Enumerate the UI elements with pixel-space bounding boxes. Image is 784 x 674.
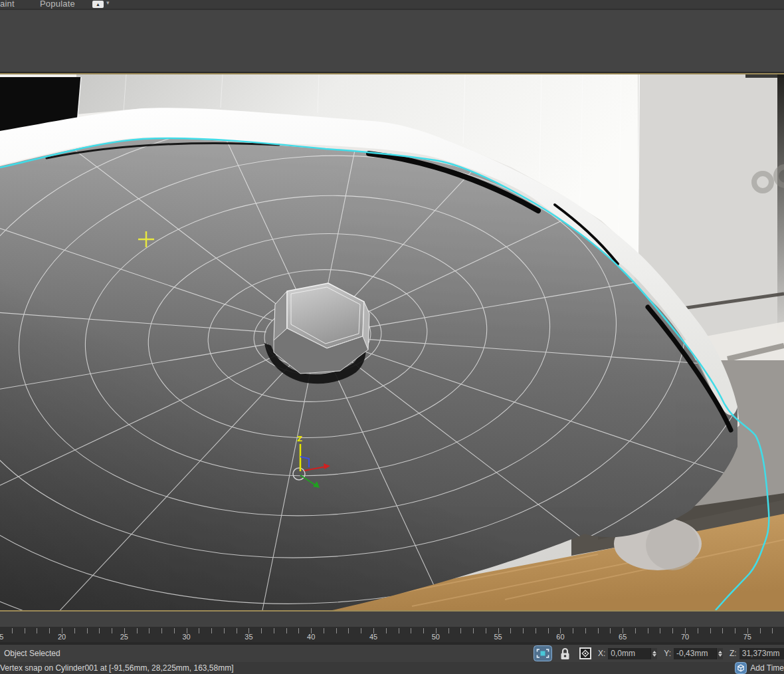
- y-coordinate-field[interactable]: [674, 648, 716, 659]
- timeline-tick: [112, 628, 112, 633]
- timeline-tick: [137, 628, 138, 633]
- timeline-tick-label: 45: [369, 633, 377, 641]
- track-bar[interactable]: [0, 612, 784, 627]
- timeline-tick: [74, 628, 75, 633]
- timeline-tick-label: 30: [182, 633, 190, 641]
- timeline-tick: [161, 628, 162, 633]
- timeline-tick: [510, 628, 511, 633]
- timeline-tick: [49, 628, 50, 633]
- timeline-tick: [448, 628, 449, 633]
- viewport-canvas[interactable]: Z: [0, 74, 784, 610]
- tab-object-paint[interactable]: aint: [0, 0, 15, 9]
- timeline-tick: [523, 628, 524, 633]
- timeline-tick-label: 55: [494, 633, 502, 641]
- x-coordinate-field[interactable]: [608, 648, 650, 659]
- timeline-tick: [261, 628, 262, 633]
- timeline-tick: [722, 628, 723, 633]
- x-spinner[interactable]: [650, 648, 657, 659]
- timeline-tick: [548, 628, 549, 633]
- timeline-tick: [585, 628, 586, 633]
- timeline-tick: [610, 628, 611, 633]
- timeline-tick: [274, 628, 274, 633]
- timeline-tick: [174, 628, 175, 633]
- timeline-tick: [698, 628, 698, 633]
- timeline-tick: [386, 628, 387, 633]
- timeline-tick: [324, 628, 324, 633]
- timeline-tick: [87, 628, 88, 633]
- timeline-tick: [735, 628, 735, 633]
- timeline-tick: [25, 628, 25, 633]
- timeline-tick: [37, 628, 37, 633]
- timeline-tick: [399, 628, 399, 633]
- timeline-tick: [411, 628, 411, 633]
- timeline-tick: [660, 628, 660, 633]
- timeline-tick: [648, 628, 648, 633]
- chevron-down-icon[interactable]: ▾: [106, 0, 110, 6]
- timeline-tick: [423, 628, 424, 633]
- z-coordinate-label: Z:: [730, 649, 737, 658]
- selection-status: Object Selected: [4, 649, 60, 658]
- add-time-label[interactable]: Add Time: [750, 663, 784, 673]
- timeline-tick-label: 40: [307, 633, 315, 641]
- prompt-bar: Vertex snap on Cylinder001 at [-91,56mm,…: [0, 662, 784, 674]
- timeline-tick-label: 50: [432, 633, 440, 641]
- ribbon-minimize-icon[interactable]: ▲: [92, 1, 104, 8]
- timeline-tick: [348, 628, 349, 633]
- timeline-tick: [635, 628, 636, 633]
- absolute-mode-icon[interactable]: [579, 647, 591, 659]
- timeline-tick: [286, 628, 287, 633]
- timeline-tick: [12, 628, 13, 633]
- timeline-tick: [99, 628, 100, 633]
- timeline-tick: [672, 628, 673, 633]
- tab-populate[interactable]: Populate: [40, 0, 75, 9]
- timeline-tick-label: 35: [245, 633, 252, 641]
- timeline-tick: [460, 628, 461, 633]
- ribbon-tab-bar: aint Populate ▲ ▾: [0, 0, 784, 9]
- timeline-tick-label: 60: [556, 633, 564, 641]
- timeline-tick-label: 25: [120, 633, 128, 641]
- timeline-tick: [536, 628, 536, 633]
- timeline-tick: [760, 628, 761, 633]
- timeline-tick: [361, 628, 361, 633]
- timeline-tick-label: 65: [619, 633, 627, 641]
- isolate-selection-icon[interactable]: [534, 645, 552, 661]
- timeline-tick: [598, 628, 599, 633]
- timeline-tick-label: 15: [0, 633, 3, 641]
- x-coordinate-label: X:: [598, 649, 605, 658]
- add-time-tag-icon[interactable]: [735, 662, 747, 674]
- selection-lock-icon[interactable]: [560, 647, 570, 660]
- y-spinner[interactable]: [716, 648, 723, 659]
- y-coordinate-label: Y:: [664, 649, 671, 658]
- timeline-tick: [237, 628, 237, 633]
- timeline-tick: [710, 628, 711, 633]
- timeline-tick: [486, 628, 486, 633]
- timeline-tick: [199, 628, 199, 633]
- timeline-tick: [336, 628, 337, 633]
- timeline-tick-label: 75: [743, 633, 751, 641]
- timeline-ruler[interactable]: 15202530354045505560657075: [0, 627, 784, 642]
- timeline-tick-label: 20: [58, 633, 66, 641]
- timeline-tick: [211, 628, 212, 633]
- timeline-tick-label: 70: [681, 633, 689, 641]
- timeline-tick: [298, 628, 299, 633]
- 3ds-max-window: aint Populate ▲ ▾: [0, 0, 784, 674]
- prompt-message: Vertex snap on Cylinder001 at [-91,56mm,…: [0, 663, 234, 673]
- gizmo-z-label: Z: [297, 435, 302, 443]
- timeline-tick: [573, 628, 573, 633]
- ribbon-collapsed-area: [0, 10, 784, 72]
- timeline-tick: [473, 628, 474, 633]
- timeline-tick: [772, 628, 773, 633]
- timeline-tick: [149, 628, 149, 633]
- z-coordinate-field[interactable]: [739, 648, 784, 659]
- timeline-tick: [224, 628, 225, 633]
- status-bar: Object Selected X: Y: Z:: [0, 645, 784, 662]
